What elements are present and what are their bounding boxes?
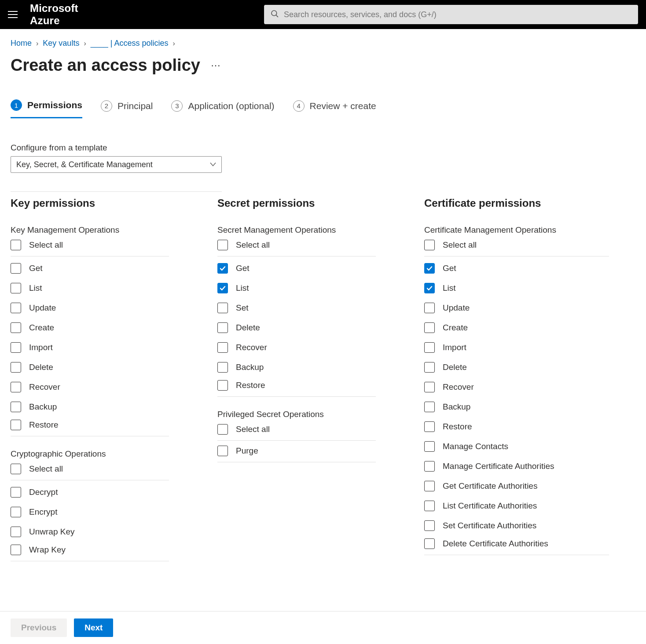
group-items: DecryptEncryptUnwrap KeyWrap Key: [11, 482, 169, 563]
checkbox-label[interactable]: Create: [29, 323, 54, 333]
checkbox-label[interactable]: Select all: [29, 240, 63, 250]
global-search[interactable]: [264, 5, 638, 24]
checkbox-label[interactable]: Delete: [29, 362, 53, 372]
checkbox-label[interactable]: Select all: [236, 240, 270, 250]
checkbox-label[interactable]: Manage Contacts: [443, 442, 508, 451]
checkbox-cert-0-11[interactable]: [424, 481, 435, 491]
checkbox-row-cert-0-3: Create: [424, 318, 609, 337]
checkbox-label[interactable]: Update: [29, 303, 56, 313]
checkbox-key-1-1[interactable]: [11, 507, 21, 517]
checkbox-label[interactable]: Backup: [236, 362, 264, 372]
checkbox-cert-0-10[interactable]: [424, 461, 435, 472]
checkbox-label[interactable]: Unwrap Key: [29, 527, 75, 537]
checkbox-label[interactable]: Delete: [236, 323, 260, 333]
checkbox-label[interactable]: Select all: [29, 464, 63, 474]
checkbox-key-0-5[interactable]: [11, 362, 21, 373]
checkbox-key-1-selectall[interactable]: [11, 464, 21, 474]
checkbox-secret-0-1[interactable]: [217, 283, 228, 293]
tab-principal[interactable]: 2Principal: [101, 99, 153, 118]
checkbox-label[interactable]: Delete Certificate Authorities: [443, 539, 548, 549]
checkbox-label[interactable]: Select all: [236, 424, 270, 434]
checkbox-cert-0-6[interactable]: [424, 382, 435, 392]
checkbox-secret-1-0[interactable]: [217, 446, 228, 456]
checkbox-label[interactable]: List: [443, 283, 456, 293]
checkbox-key-0-7[interactable]: [11, 402, 21, 412]
checkbox-cert-0-selectall[interactable]: [424, 240, 435, 250]
breadcrumb-home[interactable]: Home: [11, 39, 32, 48]
checkbox-label[interactable]: List Certificate Authorities: [443, 501, 537, 511]
checkbox-label[interactable]: Encrypt: [29, 507, 57, 517]
checkbox-label[interactable]: List: [236, 283, 249, 293]
checkbox-label[interactable]: Get: [236, 263, 250, 273]
checkbox-key-1-2[interactable]: [11, 527, 21, 537]
checkbox-secret-0-3[interactable]: [217, 322, 228, 333]
checkbox-key-1-0[interactable]: [11, 487, 21, 498]
checkbox-label[interactable]: Restore: [236, 381, 265, 390]
tab-application-optional-[interactable]: 3Application (optional): [171, 99, 274, 118]
tab-permissions[interactable]: 1Permissions: [11, 99, 82, 118]
checkbox-cert-0-2[interactable]: [424, 303, 435, 313]
checkbox-secret-0-5[interactable]: [217, 362, 228, 373]
checkbox-label[interactable]: Import: [29, 343, 53, 352]
checkbox-key-0-8[interactable]: [11, 420, 21, 430]
checkbox-secret-0-0[interactable]: [217, 263, 228, 274]
checkbox-label[interactable]: Get: [29, 263, 43, 273]
checkbox-label[interactable]: Import: [443, 343, 466, 352]
checkbox-label[interactable]: Backup: [443, 402, 470, 412]
checkbox-label[interactable]: Recover: [443, 382, 474, 392]
checkbox-cert-0-8[interactable]: [424, 421, 435, 432]
checkbox-key-0-selectall[interactable]: [11, 240, 21, 250]
checkbox-key-0-6[interactable]: [11, 382, 21, 392]
checkbox-row-key-0-1: List: [11, 278, 169, 298]
checkbox-label[interactable]: Select all: [443, 240, 477, 250]
checkbox-label[interactable]: Delete: [443, 362, 467, 372]
checkbox-cert-0-7[interactable]: [424, 402, 435, 412]
checkbox-secret-1-selectall[interactable]: [217, 424, 228, 435]
checkbox-label[interactable]: Create: [443, 323, 468, 333]
checkbox-secret-0-selectall[interactable]: [217, 240, 228, 250]
checkbox-cert-0-1[interactable]: [424, 283, 435, 293]
checkbox-row-cert-0-1: List: [424, 278, 609, 298]
checkbox-label[interactable]: Recover: [236, 343, 267, 352]
checkbox-label[interactable]: Backup: [29, 402, 57, 412]
checkbox-key-0-1[interactable]: [11, 283, 21, 293]
checkbox-cert-0-4[interactable]: [424, 342, 435, 353]
checkbox-cert-0-3[interactable]: [424, 322, 435, 333]
checkbox-label[interactable]: Purge: [236, 446, 258, 456]
checkbox-cert-0-12[interactable]: [424, 501, 435, 511]
group-items: GetListSetDeleteRecoverBackupRestore: [217, 258, 376, 398]
checkbox-label[interactable]: Get: [443, 263, 456, 273]
checkbox-key-0-2[interactable]: [11, 303, 21, 313]
more-actions-icon[interactable]: ⋯: [211, 60, 221, 71]
breadcrumb-keyvaults[interactable]: Key vaults: [43, 39, 79, 48]
checkbox-cert-0-13[interactable]: [424, 520, 435, 531]
next-button[interactable]: Next: [74, 618, 113, 637]
checkbox-secret-0-4[interactable]: [217, 342, 228, 353]
checkbox-key-0-3[interactable]: [11, 322, 21, 333]
checkbox-cert-0-9[interactable]: [424, 441, 435, 452]
checkbox-label[interactable]: Update: [443, 303, 470, 313]
template-select[interactable]: Key, Secret, & Certificate Management: [11, 156, 222, 173]
breadcrumb-accesspolicies[interactable]: ____ | Access policies: [91, 39, 169, 48]
checkbox-secret-0-6[interactable]: [217, 380, 228, 391]
menu-icon[interactable]: [8, 11, 18, 18]
checkbox-label[interactable]: Set Certificate Authorities: [443, 521, 536, 531]
checkbox-cert-0-5[interactable]: [424, 362, 435, 373]
checkbox-label[interactable]: Restore: [29, 420, 59, 430]
checkbox-label[interactable]: List: [29, 283, 42, 293]
checkbox-label[interactable]: Manage Certificate Authorities: [443, 461, 554, 471]
checkbox-cert-0-0[interactable]: [424, 263, 435, 274]
checkbox-label[interactable]: Get Certificate Authorities: [443, 481, 537, 491]
checkbox-label[interactable]: Restore: [443, 422, 472, 432]
checkbox-key-1-3[interactable]: [11, 545, 21, 555]
checkbox-label[interactable]: Decrypt: [29, 487, 58, 497]
search-input[interactable]: [284, 10, 631, 19]
tab-review-create[interactable]: 4Review + create: [293, 99, 376, 118]
checkbox-label[interactable]: Set: [236, 303, 249, 313]
checkbox-cert-0-14[interactable]: [424, 538, 435, 549]
checkbox-key-0-0[interactable]: [11, 263, 21, 274]
checkbox-label[interactable]: Recover: [29, 382, 60, 392]
checkbox-key-0-4[interactable]: [11, 342, 21, 353]
checkbox-label[interactable]: Wrap Key: [29, 545, 66, 555]
checkbox-secret-0-2[interactable]: [217, 303, 228, 313]
